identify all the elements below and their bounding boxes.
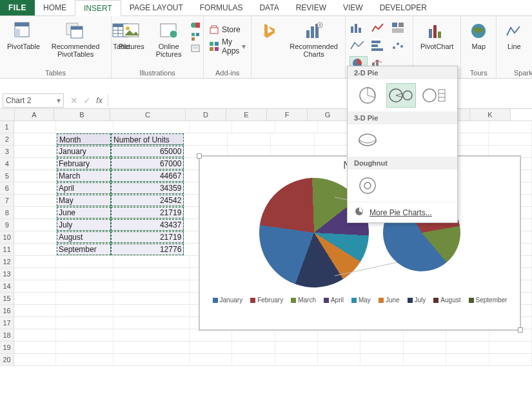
cell-K2[interactable] <box>489 133 532 145</box>
row-header[interactable]: 8 <box>0 207 14 218</box>
legend-item[interactable]: January <box>213 296 243 304</box>
pie-option-doughnut[interactable] <box>353 173 382 198</box>
insert-scatter-chart-icon[interactable] <box>391 39 409 53</box>
cell-C17[interactable] <box>113 317 190 329</box>
cell-G18[interactable] <box>318 329 360 341</box>
cell-C5[interactable]: 44667 <box>111 170 184 182</box>
shapes-icon[interactable] <box>190 20 201 30</box>
insert-column-chart-icon[interactable] <box>350 21 368 36</box>
fx-icon[interactable]: fx <box>94 96 105 105</box>
cell-K18[interactable] <box>489 329 532 341</box>
online-pictures-button[interactable]: Online Pictures <box>153 19 185 60</box>
cell-A1[interactable] <box>14 121 55 133</box>
cell-C15[interactable] <box>113 293 190 304</box>
cell-B4[interactable]: February <box>57 158 111 170</box>
cell-C13[interactable] <box>113 268 190 280</box>
cell-A6[interactable] <box>14 182 57 194</box>
row-header[interactable]: 3 <box>0 146 14 157</box>
cell-B7[interactable]: May <box>57 195 111 206</box>
tab-view[interactable]: VIEW <box>335 0 371 15</box>
cell-B6[interactable]: April <box>57 182 111 194</box>
cell-I20[interactable] <box>404 354 446 365</box>
cell-B18[interactable] <box>56 329 113 341</box>
tab-developer[interactable]: DEVELOPER <box>371 0 435 15</box>
cell-E19[interactable] <box>232 342 275 353</box>
cell-E18[interactable] <box>232 329 275 341</box>
cell-G19[interactable] <box>318 342 360 353</box>
tab-review[interactable]: REVIEW <box>288 0 335 15</box>
cell-A4[interactable] <box>14 158 57 170</box>
legend-item[interactable]: March <box>291 296 316 304</box>
pictures-button[interactable]: Pictures <box>115 19 148 52</box>
cell-H19[interactable] <box>360 342 403 353</box>
cell-C20[interactable] <box>113 354 190 365</box>
store-button[interactable]: Store <box>208 24 247 35</box>
cell-C11[interactable]: 12776 <box>111 244 184 255</box>
row-header[interactable]: 18 <box>0 329 14 341</box>
cell-C19[interactable] <box>113 342 190 353</box>
legend-item[interactable]: February <box>250 296 283 304</box>
cell-A18[interactable] <box>14 329 55 341</box>
col-header-F[interactable]: F <box>267 109 308 121</box>
cell-F18[interactable] <box>275 329 318 341</box>
legend-item[interactable]: August <box>433 296 460 304</box>
cell-C2[interactable]: Number of Units <box>111 133 184 145</box>
pivottable-button[interactable]: PivotTable <box>4 19 43 52</box>
cell-K19[interactable] <box>489 342 532 353</box>
pie-option-pie[interactable] <box>353 83 382 108</box>
pivotchart-button[interactable]: PivotChart <box>417 19 457 52</box>
myapps-button[interactable]: My Apps ▾ <box>208 37 247 56</box>
insert-bar-chart-icon[interactable] <box>370 39 388 53</box>
cell-F1[interactable] <box>275 121 318 133</box>
cell-H18[interactable] <box>360 329 403 341</box>
tab-page-layout[interactable]: PAGE LAYOUT <box>121 0 192 15</box>
cell-A5[interactable] <box>14 170 57 182</box>
col-header-G[interactable]: G <box>308 109 348 121</box>
cell-D18[interactable] <box>190 329 232 341</box>
cell-C16[interactable] <box>113 305 190 316</box>
legend-item[interactable]: September <box>469 296 507 304</box>
cell-C14[interactable] <box>113 280 190 292</box>
chart-legend[interactable]: JanuaryFebruaryMarchAprilMayJuneJulyAugu… <box>199 294 520 309</box>
cell-B14[interactable] <box>56 280 113 292</box>
cell-C9[interactable]: 43437 <box>111 219 184 231</box>
tab-home[interactable]: HOME <box>35 0 75 15</box>
cell-B5[interactable]: March <box>57 170 111 182</box>
cell-B20[interactable] <box>56 354 113 365</box>
tab-insert[interactable]: INSERT <box>75 0 121 16</box>
pie-option-pie-of-pie[interactable] <box>386 83 416 108</box>
cell-A10[interactable] <box>14 231 57 243</box>
enter-formula-icon[interactable]: ✓ <box>81 95 94 106</box>
pie-option-bar-of-pie[interactable] <box>420 83 449 108</box>
cell-A7[interactable] <box>14 195 57 206</box>
pie-option-3d-pie[interactable] <box>353 128 382 153</box>
row-header[interactable]: 12 <box>0 256 14 267</box>
cell-A17[interactable] <box>14 317 55 329</box>
row-header[interactable]: 17 <box>0 317 14 329</box>
cell-F2[interactable] <box>271 133 314 145</box>
cancel-formula-icon[interactable]: ✕ <box>68 95 81 106</box>
cell-B10[interactable]: August <box>57 231 111 243</box>
tab-data[interactable]: DATA <box>251 0 287 15</box>
cell-B8[interactable]: June <box>57 207 111 218</box>
row-header[interactable]: 14 <box>0 280 14 292</box>
recommended-charts-button[interactable]: Recommended Charts <box>286 19 341 60</box>
legend-item[interactable]: July <box>408 296 426 304</box>
cell-A12[interactable] <box>14 256 55 267</box>
bing-button[interactable] <box>255 19 282 43</box>
cell-C10[interactable]: 21719 <box>111 231 184 243</box>
cell-A8[interactable] <box>14 207 57 218</box>
cell-A19[interactable] <box>14 342 55 353</box>
map-button[interactable]: Map <box>465 19 492 52</box>
row-header[interactable]: 4 <box>0 158 14 170</box>
row-header[interactable]: 1 <box>0 121 14 133</box>
cell-C8[interactable]: 21719 <box>111 207 184 218</box>
cell-B3[interactable]: January <box>57 146 111 157</box>
cell-B17[interactable] <box>56 317 113 329</box>
row-header[interactable]: 15 <box>0 293 14 304</box>
cell-B1[interactable] <box>56 121 113 133</box>
cell-D19[interactable] <box>190 342 232 353</box>
cell-E1[interactable] <box>232 121 275 133</box>
cell-B13[interactable] <box>56 268 113 280</box>
tab-formulas[interactable]: FORMULAS <box>192 0 251 15</box>
